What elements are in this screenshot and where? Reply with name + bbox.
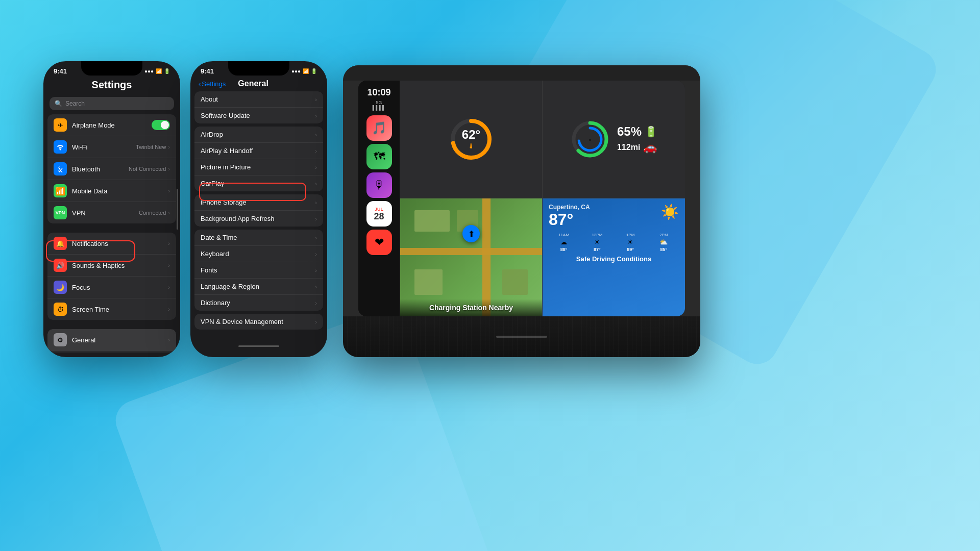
phone-notch-2 (228, 61, 289, 76)
settings-item-sounds[interactable]: 🔊 Sounds & Haptics › (47, 255, 176, 277)
general-item-bg-refresh[interactable]: Background App Refresh › (194, 211, 323, 227)
weather-sun-icon: ☀️ (661, 204, 679, 220)
battery-info-display: 65% 🔋 112mi 🚗 (617, 124, 657, 154)
general-item-dictionary[interactable]: Dictionary › (194, 295, 323, 311)
search-icon: 🔍 (55, 100, 62, 107)
bluetooth-icon (54, 162, 67, 176)
carplay-top-bezel (343, 65, 700, 81)
settings-item-bluetooth[interactable]: Bluetooth Not Connected › (47, 158, 176, 180)
settings-item-general[interactable]: ⚙ General › (47, 329, 176, 351)
settings-search-bar[interactable]: 🔍 Search (50, 97, 174, 110)
wifi-icon (54, 140, 67, 154)
carplay-bottom-bezel (343, 316, 700, 357)
weather-hourly-forecast: 11AM ☁ 88° 12PM ☀ 87° 1PM ☀ 89° (549, 233, 679, 252)
vpn-icon: VPN (54, 206, 67, 219)
hour-3-time: 1PM (626, 233, 634, 237)
general-item-iphone-storage[interactable]: iPhone Storage › (194, 194, 323, 211)
general-item-software-update[interactable]: Software Update › (194, 108, 323, 123)
wifi-value: Twinbit New (136, 144, 166, 150)
general-item-about[interactable]: About › (194, 91, 323, 108)
back-chevron-icon: ‹ (199, 80, 201, 88)
focus-chevron-icon: › (168, 284, 170, 290)
airdrop-label: AirDrop (201, 131, 315, 138)
map-block-1 (414, 210, 450, 232)
battery-icon: 🔋 (164, 68, 170, 74)
carplay-time-display: 10:09 (367, 88, 390, 97)
hour-1-time: 11AM (558, 233, 569, 237)
settings-item-focus[interactable]: 🌙 Focus › (47, 277, 176, 298)
map-road-horizontal (400, 248, 542, 255)
general-group-datetime: Date & Time › Keyboard › Fonts › Languag… (194, 230, 323, 311)
language-chevron-icon: › (315, 284, 317, 290)
sidebar-calendar-app[interactable]: JUL 28 (366, 201, 392, 227)
notifications-icon: 🔔 (54, 237, 67, 250)
wifi-icon: 📶 (156, 68, 162, 74)
general-header: ‹ Settings General (190, 77, 327, 91)
temp-gauge: 62° 🌡 (449, 117, 494, 162)
hour-4-icon: ⛅ (659, 238, 668, 246)
about-chevron-icon: › (315, 96, 317, 103)
carplay-label: CarPlay (201, 180, 315, 187)
signal-bars-icon: ●●● (144, 68, 154, 74)
safe-driving-label: Safe Driving Conditions (549, 255, 679, 263)
settings-item-wifi[interactable]: Wi-Fi Twinbit New › (47, 136, 176, 158)
general-item-vpn-device[interactable]: VPN & Device Management › (194, 314, 323, 330)
general-label: General (72, 336, 168, 344)
airplane-toggle[interactable] (152, 120, 170, 130)
battery-percent-row: 65% 🔋 (617, 124, 657, 139)
wifi-label: Wi-Fi (72, 143, 136, 151)
general-item-carplay[interactable]: CarPlay › (194, 176, 323, 191)
settings-item-vpn[interactable]: VPN VPN Connected › (47, 202, 176, 223)
weather-hour-2: 12PM ☀ 87° (582, 233, 612, 252)
general-item-pip[interactable]: Picture in Picture › (194, 159, 323, 176)
battery-charging-icon: 🔋 (645, 126, 657, 138)
settings-item-notifications[interactable]: 🔔 Notifications › (47, 233, 176, 255)
back-label: Settings (202, 80, 226, 88)
dictionary-chevron-icon: › (315, 300, 317, 306)
general-item-datetime[interactable]: Date & Time › (194, 230, 323, 246)
datetime-chevron-icon: › (315, 235, 317, 241)
hour-1-icon: ☁ (560, 238, 567, 246)
map-block-3 (414, 269, 443, 295)
settings-section-connectivity: ✈ Airplane Mode Wi-Fi Twinbit New › Blue… (47, 114, 176, 223)
sidebar-maps-app[interactable]: 🗺 (366, 144, 392, 169)
keyboard-label: Keyboard (201, 250, 315, 258)
datetime-label: Date & Time (201, 234, 315, 241)
settings-item-screen-time[interactable]: ⏱ Screen Time › (47, 298, 176, 320)
carplay-main: 10:09 5G ▌▌▌▌ 🎵 🗺 🎙 JUL 28 ❤ (358, 81, 685, 316)
airplay-chevron-icon: › (315, 148, 317, 154)
general-item-fonts[interactable]: Fonts › (194, 262, 323, 279)
carplay-chevron-icon: › (315, 181, 317, 187)
sidebar-extra-app[interactable]: ❤ (366, 230, 392, 255)
general-content: About › Software Update › AirDrop › AirP… (190, 91, 327, 330)
general-item-keyboard[interactable]: Keyboard › (194, 246, 323, 262)
phone-1-content: Settings 🔍 Search ✈ Airplane Mode Wi-Fi … (43, 77, 180, 353)
airplane-label: Airplane Mode (72, 121, 152, 129)
settings-item-control-centre[interactable]: ⊟ Control Centre › (47, 351, 176, 353)
focus-label: Focus (72, 284, 168, 291)
general-item-language[interactable]: Language & Region › (194, 279, 323, 295)
settings-item-mobile-data[interactable]: 📶 Mobile Data › (47, 180, 176, 202)
map-label-text: Charging Station Nearby (429, 304, 513, 312)
weather-current-temp: 87° (549, 211, 679, 229)
notifications-chevron-icon: › (168, 240, 170, 246)
bg-refresh-label: Background App Refresh (201, 215, 315, 222)
about-label: About (201, 95, 315, 103)
general-group-vpn: VPN & Device Management › (194, 314, 323, 330)
sidebar-music-app[interactable]: 🎵 (366, 115, 392, 141)
screen-time-label: Screen Time (72, 306, 168, 313)
general-item-airplay[interactable]: AirPlay & Handoff › (194, 143, 323, 159)
iphone-storage-label: iPhone Storage (201, 198, 315, 206)
settings-section-notifications: 🔔 Notifications › 🔊 Sounds & Haptics › 🌙… (47, 233, 176, 320)
bluetooth-label: Bluetooth (72, 165, 129, 173)
keyboard-chevron-icon: › (315, 251, 317, 257)
general-item-airdrop[interactable]: AirDrop › (194, 127, 323, 143)
sidebar-podcasts-app[interactable]: 🎙 (366, 172, 392, 198)
back-button[interactable]: ‹ Settings (199, 80, 226, 88)
carplay-content-grid: 62° 🌡 ● (400, 81, 685, 316)
weather-hour-1: 11AM ☁ 88° (549, 233, 579, 252)
sounds-icon: 🔊 (54, 259, 67, 272)
hour-4-temp: 85° (660, 247, 668, 252)
hour-2-icon: ☀ (594, 238, 600, 246)
settings-item-airplane[interactable]: ✈ Airplane Mode (47, 114, 176, 136)
